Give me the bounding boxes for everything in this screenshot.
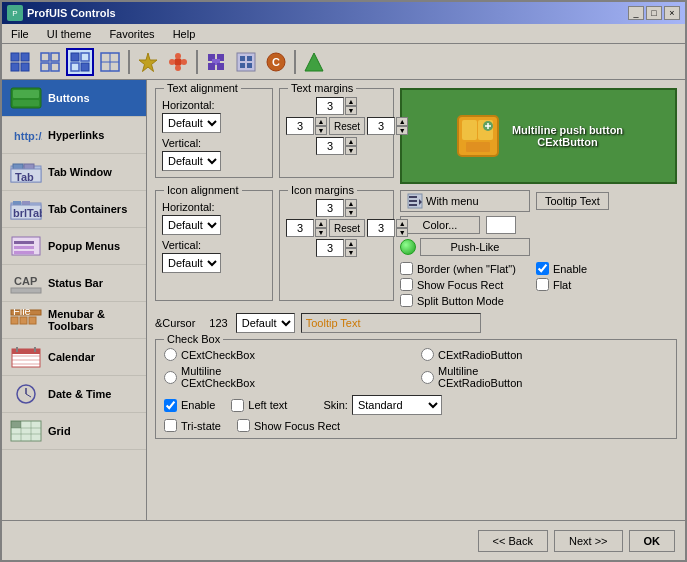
toolbar-btn-star[interactable] <box>134 48 162 76</box>
menu-favorites[interactable]: Favorites <box>105 26 158 42</box>
maximize-button[interactable]: □ <box>646 6 662 20</box>
horizontal-label: Horizontal: <box>162 99 215 111</box>
close-button[interactable]: × <box>664 6 680 20</box>
svg-rect-5 <box>51 53 59 61</box>
enable-checkbox[interactable] <box>536 262 549 275</box>
toolbar-btn-t2[interactable] <box>232 48 260 76</box>
icon-vertical-select[interactable]: Default <box>162 253 221 273</box>
title-bar: P ProfUIS Controls _ □ × <box>2 2 685 24</box>
margin-right-input[interactable] <box>367 117 395 135</box>
toolbar-btn-flower[interactable] <box>164 48 192 76</box>
margin-top-up[interactable]: ▲ <box>345 97 357 106</box>
show-focus-checkbox[interactable] <box>400 278 413 291</box>
sidebar-label-calendar: Calendar <box>48 351 95 363</box>
sidebar-label-tab-containers: Tab Containers <box>48 203 127 215</box>
sidebar-item-menubar-toolbars[interactable]: File Menubar & Toolbars <box>2 302 146 339</box>
sidebar-item-tab-containers[interactable]: brlTab Tab Containers <box>2 191 146 228</box>
text-margins-reset[interactable]: Reset <box>329 117 365 135</box>
sidebar-item-calendar[interactable]: Calendar <box>2 339 146 376</box>
icon-margin-bottom-up[interactable]: ▲ <box>345 239 357 248</box>
margin-left-down[interactable]: ▼ <box>315 126 327 135</box>
icon-margins-reset[interactable]: Reset <box>329 219 365 237</box>
multi-radio-radio[interactable] <box>421 371 434 384</box>
ext-checkbox-radio[interactable] <box>164 348 177 361</box>
margin-bottom-input[interactable] <box>316 137 344 155</box>
icon-margin-left-down[interactable]: ▼ <box>315 228 327 237</box>
margin-bottom-up[interactable]: ▲ <box>345 137 357 146</box>
icon-margin-bottom-down[interactable]: ▼ <box>345 248 357 257</box>
text-margins-label: Text margins <box>288 82 356 94</box>
icon-margin-top-down[interactable]: ▼ <box>345 208 357 217</box>
margin-top-input[interactable] <box>316 97 344 115</box>
margin-bottom-down[interactable]: ▼ <box>345 146 357 155</box>
horizontal-select[interactable]: Default <box>162 113 221 133</box>
title-buttons: _ □ × <box>628 6 680 20</box>
svg-text:C: C <box>272 56 280 68</box>
next-button[interactable]: Next >> <box>554 530 623 552</box>
svg-rect-24 <box>208 63 215 70</box>
toolbar-btn-grid1[interactable] <box>6 48 34 76</box>
split-button-checkbox[interactable] <box>400 294 413 307</box>
vertical-select[interactable]: Default <box>162 151 221 171</box>
ext-radio-radio[interactable] <box>421 348 434 361</box>
cb-tristate-checkbox[interactable] <box>164 419 177 432</box>
color-button[interactable]: Color... <box>400 216 480 234</box>
margin-top-down[interactable]: ▼ <box>345 106 357 115</box>
menu-file[interactable]: File <box>7 26 33 42</box>
toolbar-btn-t3[interactable]: C <box>262 48 290 76</box>
buttons-icon <box>10 86 42 110</box>
icon-horizontal-select[interactable]: Default <box>162 215 221 235</box>
cb-left-text-checkbox[interactable] <box>231 399 244 412</box>
window-title: ProfUIS Controls <box>27 7 116 19</box>
border-flat-checkbox[interactable] <box>400 262 413 275</box>
tooltip-input[interactable] <box>301 313 481 333</box>
icon-margin-top-input[interactable] <box>316 199 344 217</box>
back-button[interactable]: << Back <box>478 530 548 552</box>
cb-show-focus-checkbox[interactable] <box>237 419 250 432</box>
sidebar-item-status-bar[interactable]: CAP Status Bar <box>2 265 146 302</box>
cb-enable-checkbox[interactable] <box>164 399 177 412</box>
with-menu-button[interactable]: With menu <box>400 190 530 212</box>
icon-margin-left-input[interactable] <box>286 219 314 237</box>
minimize-button[interactable]: _ <box>628 6 644 20</box>
icon-margin-right-down[interactable]: ▼ <box>396 228 408 237</box>
checkbox-bottom2: Tri-state Show Focus Rect <box>164 419 668 432</box>
toolbar-btn-grid4[interactable] <box>96 48 124 76</box>
sidebar-item-grid[interactable]: Grid <box>2 413 146 450</box>
icon-margin-bottom-input[interactable] <box>316 239 344 257</box>
svg-rect-8 <box>71 53 79 61</box>
sidebar-item-hyperlinks[interactable]: http:// Hyperlinks <box>2 117 146 154</box>
sidebar-item-tab-window[interactable]: Tab Tab Window <box>2 154 146 191</box>
cursor-select[interactable]: Default <box>236 313 295 333</box>
icon-margin-right-up[interactable]: ▲ <box>396 219 408 228</box>
menu-help[interactable]: Help <box>169 26 200 42</box>
sidebar-item-date-time[interactable]: Date & Time <box>2 376 146 413</box>
flat-checkbox[interactable] <box>536 278 549 291</box>
svg-rect-27 <box>240 56 245 61</box>
sidebar-label-buttons: Buttons <box>48 92 90 104</box>
margin-right-up[interactable]: ▲ <box>396 117 408 126</box>
toolbar-btn-t1[interactable] <box>202 48 230 76</box>
multi-radio-label: MultilineCExtRadioButton <box>438 365 522 389</box>
margin-left-input[interactable] <box>286 117 314 135</box>
toolbar-btn-t4[interactable] <box>300 48 328 76</box>
sidebar-item-popup-menus[interactable]: Popup Menus <box>2 228 146 265</box>
menu-ui-theme[interactable]: UI theme <box>43 26 96 42</box>
margin-left-up[interactable]: ▲ <box>315 117 327 126</box>
multi-checkbox-label: MultilineCExtCheckBox <box>181 365 255 389</box>
icon-margin-right-input[interactable] <box>367 219 395 237</box>
toolbar-btn-grid2[interactable] <box>36 48 64 76</box>
multi-checkbox-radio[interactable] <box>164 371 177 384</box>
ext-checkbox-row: CExtCheckBox <box>164 348 411 361</box>
toolbar-btn-grid3[interactable] <box>66 48 94 76</box>
margin-right-down[interactable]: ▼ <box>396 126 408 135</box>
push-like-button[interactable]: Push-Like <box>420 238 530 256</box>
sidebar-item-buttons[interactable]: Buttons <box>2 80 146 117</box>
svg-rect-64 <box>34 347 36 352</box>
ok-button[interactable]: OK <box>629 530 676 552</box>
icon-margin-top-up[interactable]: ▲ <box>345 199 357 208</box>
toolbar-separator-2 <box>196 50 198 74</box>
skin-select[interactable]: Standard Office XP Office 2003 Windows X… <box>352 395 442 415</box>
menu-bar: File UI theme Favorites Help <box>2 24 685 44</box>
icon-margin-left-up[interactable]: ▲ <box>315 219 327 228</box>
